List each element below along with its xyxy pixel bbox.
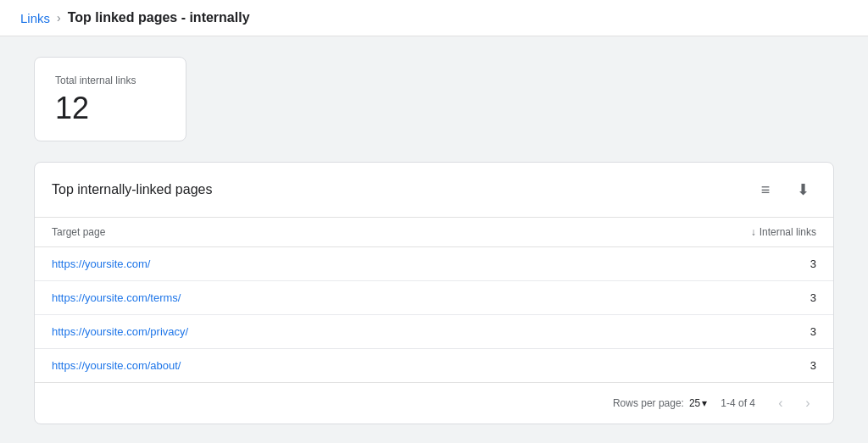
table-card-header: Top internally-linked pages ≡ ⬇ xyxy=(35,163,833,218)
col-target-header: Target page xyxy=(35,218,539,247)
download-icon: ⬇ xyxy=(797,180,810,199)
summary-card-value: 12 xyxy=(55,93,165,124)
table-row: https://yoursite.com/terms/ 3 xyxy=(35,281,833,315)
breadcrumb-chevron-icon: › xyxy=(57,11,61,25)
next-page-button[interactable]: › xyxy=(796,391,820,415)
chevron-down-icon: ▾ xyxy=(702,397,707,409)
cell-links: 3 xyxy=(539,281,833,315)
table-row: https://yoursite.com/about/ 3 xyxy=(35,349,833,383)
pagination: Rows per page: 25 ▾ 1-4 of 4 ‹ › xyxy=(35,382,833,424)
filter-button[interactable]: ≡ xyxy=(752,176,779,203)
data-table: Target page ↓ Internal links https://you… xyxy=(35,218,833,382)
table-card-actions: ≡ ⬇ xyxy=(752,176,816,203)
pagination-range: 1-4 of 4 xyxy=(721,397,755,409)
table-row: https://yoursite.com/ 3 xyxy=(35,247,833,281)
col-links-header[interactable]: ↓ Internal links xyxy=(539,218,833,247)
breadcrumb-parent[interactable]: Links xyxy=(20,11,50,25)
download-button[interactable]: ⬇ xyxy=(789,176,816,203)
cell-url[interactable]: https://yoursite.com/ xyxy=(35,247,539,281)
rows-per-page-value: 25 xyxy=(689,397,700,409)
table-row: https://yoursite.com/privacy/ 3 xyxy=(35,315,833,349)
breadcrumb-bar: Links › Top linked pages - internally xyxy=(0,0,868,36)
cell-url[interactable]: https://yoursite.com/privacy/ xyxy=(35,315,539,349)
breadcrumb-current: Top linked pages - internally xyxy=(68,10,250,25)
cell-url[interactable]: https://yoursite.com/terms/ xyxy=(35,281,539,315)
rows-per-page: Rows per page: 25 ▾ xyxy=(613,397,707,409)
pagination-nav: ‹ › xyxy=(769,391,820,415)
cell-url[interactable]: https://yoursite.com/about/ xyxy=(35,349,539,383)
col-links-label: Internal links xyxy=(760,226,816,238)
rows-per-page-label: Rows per page: xyxy=(613,397,684,409)
cell-links: 3 xyxy=(539,349,833,383)
cell-links: 3 xyxy=(539,315,833,349)
prev-page-button[interactable]: ‹ xyxy=(769,391,793,415)
sort-links-button[interactable]: ↓ Internal links xyxy=(751,226,816,238)
table-header-row: Target page ↓ Internal links xyxy=(35,218,833,247)
table-card: Top internally-linked pages ≡ ⬇ Target p… xyxy=(34,162,834,424)
cell-links: 3 xyxy=(539,247,833,281)
page-content: Total internal links 12 Top internally-l… xyxy=(0,36,868,443)
table-body: https://yoursite.com/ 3 https://yoursite… xyxy=(35,247,833,383)
sort-down-icon: ↓ xyxy=(751,226,756,238)
table-card-title: Top internally-linked pages xyxy=(52,182,212,197)
summary-card: Total internal links 12 xyxy=(34,57,186,141)
summary-card-label: Total internal links xyxy=(55,75,165,86)
rows-per-page-select[interactable]: 25 ▾ xyxy=(689,397,707,409)
filter-icon: ≡ xyxy=(761,181,771,199)
